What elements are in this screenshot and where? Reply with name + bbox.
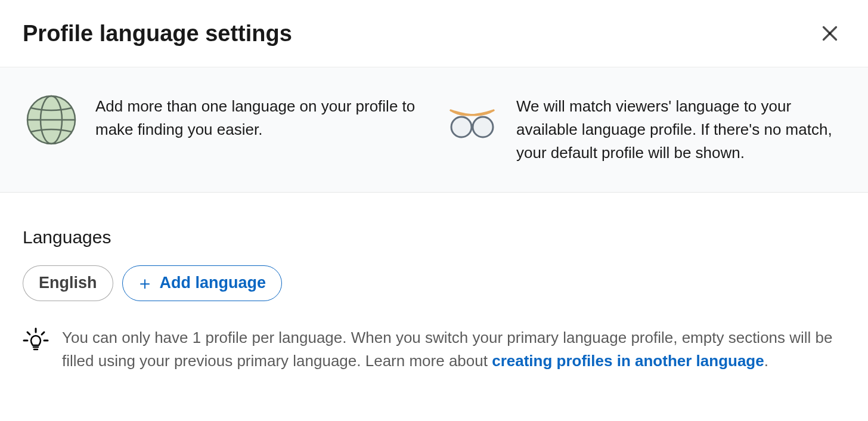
tip-link[interactable]: creating profiles in another language: [492, 352, 764, 370]
lightbulb-icon: [23, 327, 49, 354]
add-language-label: Add language: [160, 272, 266, 295]
plus-icon: ＋: [136, 274, 154, 292]
globe-icon: [26, 95, 76, 145]
info-text-globe: Add more than one language on your profi…: [95, 95, 417, 141]
info-item-glasses: We will match viewers' language to your …: [447, 95, 838, 165]
svg-point-5: [451, 117, 472, 137]
tip-text-after: .: [764, 352, 768, 370]
languages-heading: Languages: [23, 227, 845, 247]
info-text-glasses: We will match viewers' language to your …: [516, 95, 838, 165]
language-pill-english[interactable]: English: [23, 265, 113, 301]
add-language-button[interactable]: ＋ Add language: [122, 265, 283, 301]
svg-point-6: [473, 117, 493, 137]
info-banner: Add more than one language on your profi…: [0, 67, 868, 193]
tip-row: You can only have 1 profile per language…: [23, 326, 845, 373]
close-icon: [819, 23, 841, 44]
language-pills-row: English ＋ Add language: [23, 265, 845, 301]
svg-line-8: [27, 332, 30, 335]
modal-title: Profile language settings: [23, 21, 292, 47]
content-area: Languages English ＋ Add language You can…: [0, 193, 868, 391]
close-button[interactable]: [814, 18, 845, 49]
modal-header: Profile language settings: [0, 0, 868, 67]
tip-text: You can only have 1 profile per language…: [62, 326, 845, 373]
svg-line-9: [42, 332, 44, 335]
glasses-icon: [447, 95, 497, 145]
language-pill-label: English: [39, 272, 97, 295]
info-item-globe: Add more than one language on your profi…: [26, 95, 417, 165]
